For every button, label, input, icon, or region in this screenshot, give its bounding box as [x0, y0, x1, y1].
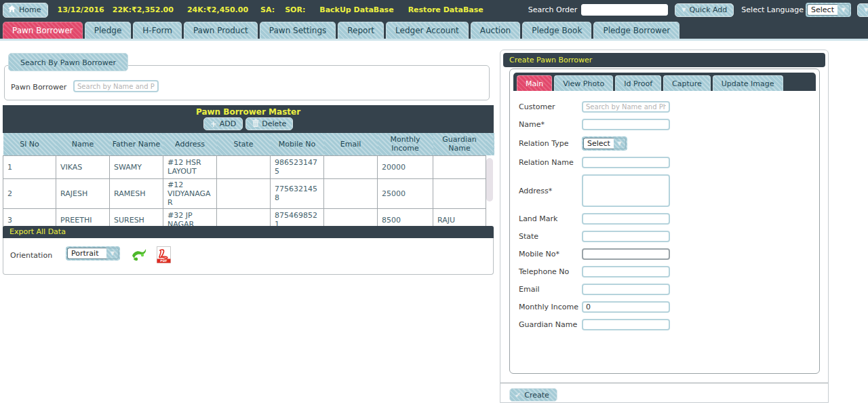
- cell-address-row2: #12 VIDYANAGAR: [163, 178, 217, 208]
- create-tab-view-photo[interactable]: View Photo: [554, 75, 613, 91]
- top-toolbar: Home 13/12/2016 22K:₹2,352.00 24K:₹2,450…: [0, 0, 868, 20]
- create-button[interactable]: ✔ Create: [509, 388, 557, 402]
- create-tab-capture[interactable]: Capture: [663, 75, 711, 91]
- table-header-bar: Pawn Borrower Master + ADD Delete: [3, 105, 494, 133]
- quick-add-button[interactable]: ▼ Quick Add: [675, 3, 734, 17]
- search-panel-title: Search By Pawn Borrower: [8, 53, 128, 71]
- monthly-income-field[interactable]: [582, 301, 670, 313]
- email-label: Email: [519, 285, 582, 294]
- cell-name-row2: RAJESH: [56, 178, 110, 208]
- mobile-no-label: Mobile No*: [519, 250, 582, 258]
- name-label: Name*: [519, 120, 582, 129]
- relation-name-field[interactable]: [582, 157, 670, 168]
- land-mark-label: Land Mark: [519, 214, 582, 223]
- create-label: Create: [524, 391, 549, 400]
- relation-type-select[interactable]: Select▼: [582, 136, 627, 151]
- tab-auction[interactable]: Auction: [471, 22, 520, 39]
- chevron-down-icon[interactable]: ▼: [614, 138, 626, 149]
- tab-pawn-borrower[interactable]: Pawn Borrower: [3, 22, 83, 39]
- export-panel: Export All Data Orientation Portrait ▼: [3, 226, 494, 275]
- monthly-income-label: Monthly Income: [519, 303, 582, 311]
- create-borrower-panel: Create Pawn Borrower MainView PhotoId Pr…: [500, 50, 829, 403]
- tab-ledger-account[interactable]: Ledger Account: [386, 22, 469, 39]
- orientation-select[interactable]: Portrait ▼: [66, 246, 120, 261]
- cell-guardian-name-row1: [433, 155, 486, 178]
- table-header-row: Sl NoNameFather NameAddressStateMobile N…: [3, 133, 494, 155]
- cell-mobile-no-row1: 9865231475: [271, 155, 324, 178]
- land-mark-field[interactable]: [582, 213, 670, 225]
- column-header-father-name[interactable]: Father Name: [110, 133, 163, 155]
- cell-state-row2: [217, 178, 271, 208]
- home-button[interactable]: Home: [3, 3, 48, 18]
- sa-label: SA:: [260, 5, 275, 14]
- search-order-input[interactable]: [581, 4, 668, 16]
- rate-22k: 22K:₹2,352.00: [113, 5, 174, 14]
- header-scrollbar-spacer: [486, 133, 494, 155]
- cell-sl-no-row2: 2: [3, 178, 56, 208]
- create-tab-main[interactable]: Main: [517, 75, 552, 91]
- borrower-table-panel: Pawn Borrower Master + ADD Delete Sl NoN…: [3, 105, 494, 232]
- field-row-state: State: [519, 231, 819, 242]
- rate-24k: 24K:₹2,450.00: [187, 5, 248, 14]
- tab-pledge-borrower[interactable]: Pledge Borrower: [593, 22, 679, 39]
- create-tab-id-proof[interactable]: Id Proof: [615, 75, 661, 91]
- cell-monthly-income-row1: 20000: [378, 155, 433, 178]
- column-header-mobile-no[interactable]: Mobile No: [271, 133, 324, 155]
- delete-button[interactable]: Delete: [245, 117, 293, 130]
- column-header-email[interactable]: Email: [324, 133, 378, 155]
- table-row[interactable]: 1VIKASSWAMY#12 HSR LAYOUT986523147520000: [3, 155, 494, 178]
- tab-pledge[interactable]: Pledge: [85, 22, 132, 39]
- create-tab-update-image[interactable]: Update Image: [713, 75, 783, 91]
- chevron-down-icon[interactable]: ▼: [837, 4, 850, 16]
- column-header-state[interactable]: State: [217, 133, 271, 155]
- cell-email-row1: [324, 155, 378, 178]
- tab-pawn-product[interactable]: Pawn Product: [184, 22, 258, 39]
- column-header-sl-no[interactable]: Sl No: [3, 133, 56, 155]
- telephone-no-field[interactable]: [582, 266, 670, 277]
- column-header-name[interactable]: Name: [56, 133, 110, 155]
- name-field[interactable]: [582, 119, 670, 130]
- table-row[interactable]: 2RAJESHRAMESH#12 VIDYANAGAR7756321458250…: [3, 178, 494, 208]
- chevron-down-icon: ▼: [682, 7, 686, 13]
- options-button[interactable]: ▼ Options: [857, 3, 868, 17]
- pdf-export-icon[interactable]: PDF: [155, 246, 172, 263]
- customer-field[interactable]: [582, 101, 670, 113]
- orientation-label: Orientation: [10, 251, 52, 260]
- tab-report[interactable]: Report: [338, 22, 384, 39]
- field-row-land-mark: Land Mark: [519, 213, 819, 225]
- address-field[interactable]: [582, 174, 670, 207]
- svg-text:PDF: PDF: [160, 259, 167, 263]
- tab-pledge-book[interactable]: Pledge Book: [522, 22, 591, 39]
- add-button[interactable]: + ADD: [203, 117, 243, 130]
- check-icon: ✔: [515, 391, 521, 399]
- cell-email-row2: [324, 178, 378, 208]
- table-scrollbar[interactable]: [486, 158, 493, 202]
- field-row-address: Address*: [519, 174, 819, 207]
- add-label: ADD: [220, 119, 236, 128]
- column-header-address[interactable]: Address: [163, 133, 217, 155]
- column-header-guardian-name[interactable]: Guardian Name: [433, 133, 486, 155]
- language-select[interactable]: Select ▼: [806, 3, 851, 17]
- field-row-relation-name: Relation Name: [519, 157, 819, 168]
- tab-h-form[interactable]: H-Form: [133, 22, 182, 39]
- customer-label: Customer: [519, 102, 582, 111]
- guardian-name-field[interactable]: [582, 319, 670, 330]
- excel-export-icon[interactable]: [131, 246, 148, 263]
- restore-database-link[interactable]: Restore DataBase: [408, 5, 484, 14]
- mobile-no-field[interactable]: [582, 248, 670, 260]
- email-field[interactable]: [582, 284, 670, 295]
- chevron-down-icon[interactable]: ▼: [106, 248, 119, 259]
- export-panel-title: Export All Data: [3, 226, 494, 238]
- field-row-name: Name*: [519, 119, 819, 130]
- cell-father-name-row2: RAMESH: [110, 178, 163, 208]
- cell-address-row1: #12 HSR LAYOUT: [163, 155, 217, 178]
- telephone-no-label: Telephone No: [519, 267, 582, 276]
- search-order-label: Search Order: [528, 5, 578, 14]
- column-header-monthly-income[interactable]: Monthly Income: [378, 133, 433, 155]
- tab-pawn-settings[interactable]: Pawn Settings: [260, 22, 336, 39]
- orientation-select-value: Portrait: [67, 248, 106, 259]
- pawn-borrower-search-input[interactable]: [73, 80, 159, 92]
- trash-icon: [252, 119, 259, 129]
- backup-database-link[interactable]: BackUp DataBase: [319, 5, 393, 14]
- state-field[interactable]: [582, 231, 670, 242]
